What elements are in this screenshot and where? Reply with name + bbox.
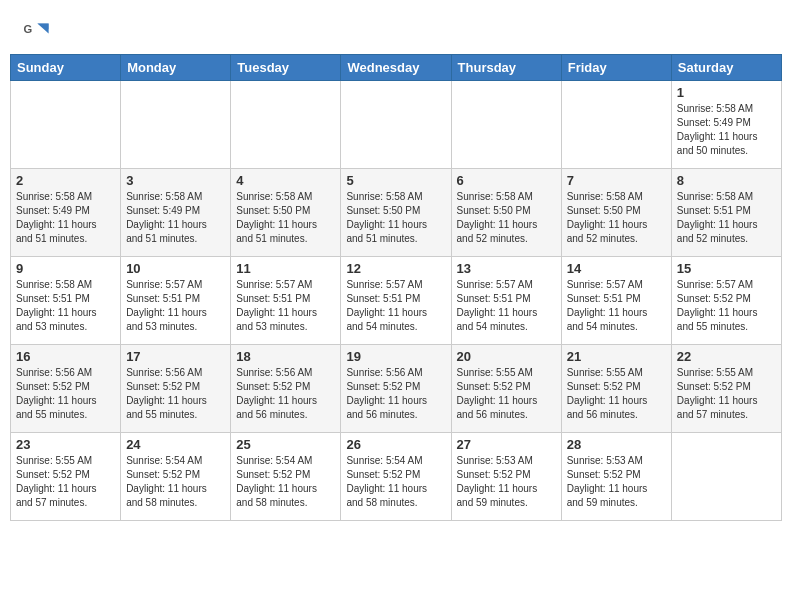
calendar-cell: 20Sunrise: 5:55 AM Sunset: 5:52 PM Dayli… [451, 345, 561, 433]
day-number: 23 [16, 437, 115, 452]
day-info: Sunrise: 5:54 AM Sunset: 5:52 PM Dayligh… [126, 454, 225, 510]
day-info: Sunrise: 5:53 AM Sunset: 5:52 PM Dayligh… [457, 454, 556, 510]
calendar-cell: 26Sunrise: 5:54 AM Sunset: 5:52 PM Dayli… [341, 433, 451, 521]
day-number: 19 [346, 349, 445, 364]
logo: G [22, 18, 54, 46]
day-number: 22 [677, 349, 776, 364]
day-info: Sunrise: 5:56 AM Sunset: 5:52 PM Dayligh… [236, 366, 335, 422]
calendar-cell: 9Sunrise: 5:58 AM Sunset: 5:51 PM Daylig… [11, 257, 121, 345]
calendar-cell [121, 81, 231, 169]
day-number: 26 [346, 437, 445, 452]
day-number: 13 [457, 261, 556, 276]
calendar-cell: 8Sunrise: 5:58 AM Sunset: 5:51 PM Daylig… [671, 169, 781, 257]
day-info: Sunrise: 5:55 AM Sunset: 5:52 PM Dayligh… [16, 454, 115, 510]
calendar-week-4: 23Sunrise: 5:55 AM Sunset: 5:52 PM Dayli… [11, 433, 782, 521]
day-info: Sunrise: 5:58 AM Sunset: 5:51 PM Dayligh… [677, 190, 776, 246]
day-number: 25 [236, 437, 335, 452]
col-header-monday: Monday [121, 55, 231, 81]
col-header-thursday: Thursday [451, 55, 561, 81]
day-info: Sunrise: 5:57 AM Sunset: 5:51 PM Dayligh… [346, 278, 445, 334]
day-number: 1 [677, 85, 776, 100]
calendar-cell [11, 81, 121, 169]
day-info: Sunrise: 5:56 AM Sunset: 5:52 PM Dayligh… [16, 366, 115, 422]
day-number: 14 [567, 261, 666, 276]
day-info: Sunrise: 5:55 AM Sunset: 5:52 PM Dayligh… [457, 366, 556, 422]
calendar-cell: 23Sunrise: 5:55 AM Sunset: 5:52 PM Dayli… [11, 433, 121, 521]
day-number: 7 [567, 173, 666, 188]
day-number: 15 [677, 261, 776, 276]
calendar-cell: 17Sunrise: 5:56 AM Sunset: 5:52 PM Dayli… [121, 345, 231, 433]
calendar-cell: 13Sunrise: 5:57 AM Sunset: 5:51 PM Dayli… [451, 257, 561, 345]
col-header-wednesday: Wednesday [341, 55, 451, 81]
day-number: 5 [346, 173, 445, 188]
day-number: 27 [457, 437, 556, 452]
day-number: 12 [346, 261, 445, 276]
day-info: Sunrise: 5:57 AM Sunset: 5:51 PM Dayligh… [457, 278, 556, 334]
day-info: Sunrise: 5:57 AM Sunset: 5:51 PM Dayligh… [126, 278, 225, 334]
calendar-cell: 14Sunrise: 5:57 AM Sunset: 5:51 PM Dayli… [561, 257, 671, 345]
calendar-cell: 4Sunrise: 5:58 AM Sunset: 5:50 PM Daylig… [231, 169, 341, 257]
calendar-cell: 16Sunrise: 5:56 AM Sunset: 5:52 PM Dayli… [11, 345, 121, 433]
day-number: 3 [126, 173, 225, 188]
day-info: Sunrise: 5:55 AM Sunset: 5:52 PM Dayligh… [567, 366, 666, 422]
day-number: 9 [16, 261, 115, 276]
day-info: Sunrise: 5:58 AM Sunset: 5:51 PM Dayligh… [16, 278, 115, 334]
svg-text:G: G [23, 23, 32, 35]
calendar-cell: 6Sunrise: 5:58 AM Sunset: 5:50 PM Daylig… [451, 169, 561, 257]
day-number: 16 [16, 349, 115, 364]
day-number: 11 [236, 261, 335, 276]
calendar-cell: 19Sunrise: 5:56 AM Sunset: 5:52 PM Dayli… [341, 345, 451, 433]
day-number: 4 [236, 173, 335, 188]
col-header-tuesday: Tuesday [231, 55, 341, 81]
col-header-sunday: Sunday [11, 55, 121, 81]
day-info: Sunrise: 5:58 AM Sunset: 5:49 PM Dayligh… [126, 190, 225, 246]
day-number: 6 [457, 173, 556, 188]
calendar-table: SundayMondayTuesdayWednesdayThursdayFrid… [10, 54, 782, 521]
day-number: 2 [16, 173, 115, 188]
calendar-week-1: 2Sunrise: 5:58 AM Sunset: 5:49 PM Daylig… [11, 169, 782, 257]
calendar-cell: 12Sunrise: 5:57 AM Sunset: 5:51 PM Dayli… [341, 257, 451, 345]
day-info: Sunrise: 5:58 AM Sunset: 5:50 PM Dayligh… [567, 190, 666, 246]
day-number: 10 [126, 261, 225, 276]
col-header-friday: Friday [561, 55, 671, 81]
calendar-week-0: 1Sunrise: 5:58 AM Sunset: 5:49 PM Daylig… [11, 81, 782, 169]
col-header-saturday: Saturday [671, 55, 781, 81]
day-number: 17 [126, 349, 225, 364]
calendar-cell [231, 81, 341, 169]
calendar-cell: 25Sunrise: 5:54 AM Sunset: 5:52 PM Dayli… [231, 433, 341, 521]
day-number: 28 [567, 437, 666, 452]
day-number: 24 [126, 437, 225, 452]
page-header: G [10, 10, 782, 50]
calendar-week-3: 16Sunrise: 5:56 AM Sunset: 5:52 PM Dayli… [11, 345, 782, 433]
day-info: Sunrise: 5:56 AM Sunset: 5:52 PM Dayligh… [346, 366, 445, 422]
day-info: Sunrise: 5:55 AM Sunset: 5:52 PM Dayligh… [677, 366, 776, 422]
calendar-cell: 10Sunrise: 5:57 AM Sunset: 5:51 PM Dayli… [121, 257, 231, 345]
day-info: Sunrise: 5:53 AM Sunset: 5:52 PM Dayligh… [567, 454, 666, 510]
calendar-cell: 7Sunrise: 5:58 AM Sunset: 5:50 PM Daylig… [561, 169, 671, 257]
calendar-cell: 2Sunrise: 5:58 AM Sunset: 5:49 PM Daylig… [11, 169, 121, 257]
calendar-cell: 18Sunrise: 5:56 AM Sunset: 5:52 PM Dayli… [231, 345, 341, 433]
day-info: Sunrise: 5:58 AM Sunset: 5:50 PM Dayligh… [236, 190, 335, 246]
calendar-header-row: SundayMondayTuesdayWednesdayThursdayFrid… [11, 55, 782, 81]
day-info: Sunrise: 5:57 AM Sunset: 5:52 PM Dayligh… [677, 278, 776, 334]
calendar-cell [561, 81, 671, 169]
calendar-cell: 1Sunrise: 5:58 AM Sunset: 5:49 PM Daylig… [671, 81, 781, 169]
calendar-cell: 22Sunrise: 5:55 AM Sunset: 5:52 PM Dayli… [671, 345, 781, 433]
day-info: Sunrise: 5:57 AM Sunset: 5:51 PM Dayligh… [236, 278, 335, 334]
calendar-cell: 3Sunrise: 5:58 AM Sunset: 5:49 PM Daylig… [121, 169, 231, 257]
day-info: Sunrise: 5:58 AM Sunset: 5:49 PM Dayligh… [677, 102, 776, 158]
calendar-week-2: 9Sunrise: 5:58 AM Sunset: 5:51 PM Daylig… [11, 257, 782, 345]
calendar-cell: 5Sunrise: 5:58 AM Sunset: 5:50 PM Daylig… [341, 169, 451, 257]
day-number: 18 [236, 349, 335, 364]
day-info: Sunrise: 5:58 AM Sunset: 5:49 PM Dayligh… [16, 190, 115, 246]
day-info: Sunrise: 5:54 AM Sunset: 5:52 PM Dayligh… [346, 454, 445, 510]
day-info: Sunrise: 5:58 AM Sunset: 5:50 PM Dayligh… [346, 190, 445, 246]
logo-icon: G [22, 18, 50, 46]
day-info: Sunrise: 5:58 AM Sunset: 5:50 PM Dayligh… [457, 190, 556, 246]
day-number: 20 [457, 349, 556, 364]
calendar-cell: 21Sunrise: 5:55 AM Sunset: 5:52 PM Dayli… [561, 345, 671, 433]
calendar-cell: 11Sunrise: 5:57 AM Sunset: 5:51 PM Dayli… [231, 257, 341, 345]
day-number: 21 [567, 349, 666, 364]
calendar-cell: 28Sunrise: 5:53 AM Sunset: 5:52 PM Dayli… [561, 433, 671, 521]
calendar-cell [451, 81, 561, 169]
